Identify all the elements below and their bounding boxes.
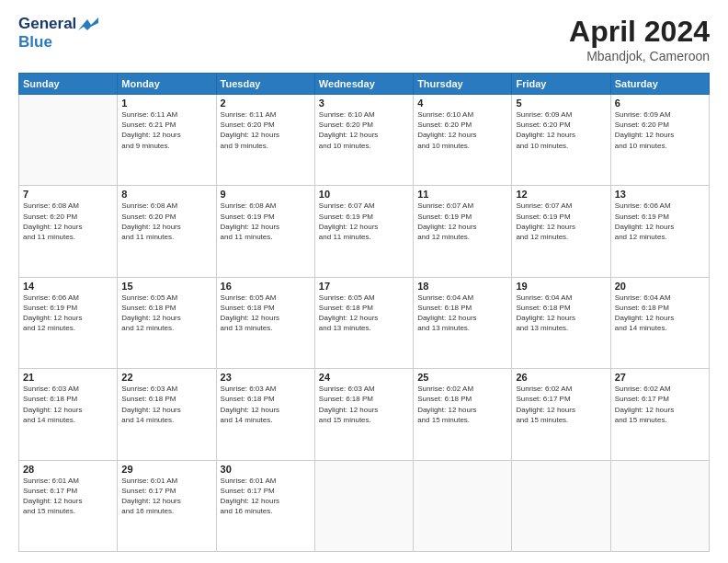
logo-bird-icon bbox=[78, 17, 98, 32]
table-row: 26Sunrise: 6:02 AM Sunset: 6:17 PM Dayli… bbox=[512, 369, 610, 460]
calendar-header-row: Sunday Monday Tuesday Wednesday Thursday… bbox=[19, 74, 710, 95]
header-monday: Monday bbox=[118, 74, 216, 95]
day-number: 2 bbox=[221, 98, 311, 109]
table-row: 10Sunrise: 6:07 AM Sunset: 6:19 PM Dayli… bbox=[314, 186, 413, 277]
day-info: Sunrise: 6:11 AM Sunset: 6:21 PM Dayligh… bbox=[121, 109, 211, 151]
day-info: Sunrise: 6:02 AM Sunset: 6:18 PM Dayligh… bbox=[417, 384, 507, 425]
table-row: 12Sunrise: 6:07 AM Sunset: 6:19 PM Dayli… bbox=[512, 186, 610, 277]
day-number: 4 bbox=[417, 98, 507, 109]
table-row: 28Sunrise: 6:01 AM Sunset: 6:17 PM Dayli… bbox=[19, 460, 118, 551]
day-info: Sunrise: 6:05 AM Sunset: 6:18 PM Dayligh… bbox=[221, 293, 311, 334]
table-row: 4Sunrise: 6:10 AM Sunset: 6:20 PM Daylig… bbox=[414, 95, 512, 186]
day-number: 30 bbox=[221, 464, 311, 475]
day-info: Sunrise: 6:01 AM Sunset: 6:17 PM Dayligh… bbox=[23, 476, 113, 517]
day-info: Sunrise: 6:08 AM Sunset: 6:19 PM Dayligh… bbox=[221, 201, 311, 242]
day-number: 1 bbox=[121, 98, 211, 109]
day-number: 23 bbox=[221, 372, 311, 383]
day-number: 13 bbox=[615, 189, 705, 200]
table-row: 9Sunrise: 6:08 AM Sunset: 6:19 PM Daylig… bbox=[216, 186, 314, 277]
day-number: 22 bbox=[121, 372, 211, 383]
day-info: Sunrise: 6:05 AM Sunset: 6:18 PM Dayligh… bbox=[319, 293, 409, 334]
calendar-week-row: 28Sunrise: 6:01 AM Sunset: 6:17 PM Dayli… bbox=[19, 460, 710, 551]
calendar-week-row: 14Sunrise: 6:06 AM Sunset: 6:19 PM Dayli… bbox=[19, 277, 710, 368]
table-row: 27Sunrise: 6:02 AM Sunset: 6:17 PM Dayli… bbox=[610, 369, 709, 460]
table-row: 29Sunrise: 6:01 AM Sunset: 6:17 PM Dayli… bbox=[118, 460, 216, 551]
day-number: 19 bbox=[516, 281, 606, 292]
day-info: Sunrise: 6:11 AM Sunset: 6:20 PM Dayligh… bbox=[221, 109, 311, 151]
day-number: 27 bbox=[615, 372, 705, 383]
table-row: 14Sunrise: 6:06 AM Sunset: 6:19 PM Dayli… bbox=[19, 277, 118, 368]
day-number: 26 bbox=[516, 372, 606, 383]
day-info: Sunrise: 6:01 AM Sunset: 6:17 PM Dayligh… bbox=[121, 476, 211, 517]
day-info: Sunrise: 6:04 AM Sunset: 6:18 PM Dayligh… bbox=[615, 293, 705, 334]
subtitle: Mbandjok, Cameroon bbox=[569, 49, 710, 63]
day-info: Sunrise: 6:03 AM Sunset: 6:18 PM Dayligh… bbox=[319, 384, 409, 425]
table-row bbox=[610, 460, 709, 551]
title-block: April 2024 Mbandjok, Cameroon bbox=[569, 15, 710, 63]
day-info: Sunrise: 6:10 AM Sunset: 6:20 PM Dayligh… bbox=[417, 109, 507, 151]
day-number: 10 bbox=[319, 189, 409, 200]
table-row: 18Sunrise: 6:04 AM Sunset: 6:18 PM Dayli… bbox=[414, 277, 512, 368]
day-info: Sunrise: 6:08 AM Sunset: 6:20 PM Dayligh… bbox=[121, 201, 211, 242]
day-info: Sunrise: 6:03 AM Sunset: 6:18 PM Dayligh… bbox=[221, 384, 311, 425]
table-row: 7Sunrise: 6:08 AM Sunset: 6:20 PM Daylig… bbox=[19, 186, 118, 277]
day-number: 17 bbox=[319, 281, 409, 292]
day-info: Sunrise: 6:02 AM Sunset: 6:17 PM Dayligh… bbox=[615, 384, 705, 425]
table-row: 23Sunrise: 6:03 AM Sunset: 6:18 PM Dayli… bbox=[216, 369, 314, 460]
day-info: Sunrise: 6:07 AM Sunset: 6:19 PM Dayligh… bbox=[417, 201, 507, 242]
day-number: 6 bbox=[615, 98, 705, 109]
table-row: 16Sunrise: 6:05 AM Sunset: 6:18 PM Dayli… bbox=[216, 277, 314, 368]
header-thursday: Thursday bbox=[414, 74, 512, 95]
table-row: 21Sunrise: 6:03 AM Sunset: 6:18 PM Dayli… bbox=[19, 369, 118, 460]
day-number: 24 bbox=[319, 372, 409, 383]
table-row: 11Sunrise: 6:07 AM Sunset: 6:19 PM Dayli… bbox=[414, 186, 512, 277]
day-number: 9 bbox=[221, 189, 311, 200]
day-info: Sunrise: 6:04 AM Sunset: 6:18 PM Dayligh… bbox=[417, 293, 507, 334]
day-info: Sunrise: 6:08 AM Sunset: 6:20 PM Dayligh… bbox=[23, 201, 113, 242]
table-row bbox=[19, 95, 118, 186]
day-number: 21 bbox=[23, 372, 113, 383]
table-row: 19Sunrise: 6:04 AM Sunset: 6:18 PM Dayli… bbox=[512, 277, 610, 368]
day-number: 7 bbox=[23, 189, 113, 200]
day-info: Sunrise: 6:09 AM Sunset: 6:20 PM Dayligh… bbox=[615, 109, 705, 151]
table-row: 20Sunrise: 6:04 AM Sunset: 6:18 PM Dayli… bbox=[610, 277, 709, 368]
day-info: Sunrise: 6:09 AM Sunset: 6:20 PM Dayligh… bbox=[516, 109, 606, 151]
day-number: 8 bbox=[121, 189, 211, 200]
table-row: 30Sunrise: 6:01 AM Sunset: 6:17 PM Dayli… bbox=[216, 460, 314, 551]
calendar-table: Sunday Monday Tuesday Wednesday Thursday… bbox=[18, 73, 710, 552]
table-row bbox=[414, 460, 512, 551]
table-row: 5Sunrise: 6:09 AM Sunset: 6:20 PM Daylig… bbox=[512, 95, 610, 186]
header-saturday: Saturday bbox=[610, 74, 709, 95]
day-info: Sunrise: 6:03 AM Sunset: 6:18 PM Dayligh… bbox=[23, 384, 113, 425]
day-info: Sunrise: 6:07 AM Sunset: 6:19 PM Dayligh… bbox=[516, 201, 606, 242]
day-number: 29 bbox=[121, 464, 211, 475]
logo-blue-text: Blue bbox=[18, 33, 98, 52]
day-info: Sunrise: 6:03 AM Sunset: 6:18 PM Dayligh… bbox=[121, 384, 211, 425]
main-title: April 2024 bbox=[569, 15, 710, 49]
svg-marker-0 bbox=[78, 17, 98, 30]
day-number: 14 bbox=[23, 281, 113, 292]
day-info: Sunrise: 6:04 AM Sunset: 6:18 PM Dayligh… bbox=[516, 293, 606, 334]
day-info: Sunrise: 6:07 AM Sunset: 6:19 PM Dayligh… bbox=[319, 201, 409, 242]
table-row: 6Sunrise: 6:09 AM Sunset: 6:20 PM Daylig… bbox=[610, 95, 709, 186]
day-number: 5 bbox=[516, 98, 606, 109]
day-info: Sunrise: 6:05 AM Sunset: 6:18 PM Dayligh… bbox=[121, 293, 211, 334]
day-number: 18 bbox=[417, 281, 507, 292]
logo-text: General bbox=[18, 15, 98, 33]
header-sunday: Sunday bbox=[19, 74, 118, 95]
day-number: 25 bbox=[417, 372, 507, 383]
day-info: Sunrise: 6:06 AM Sunset: 6:19 PM Dayligh… bbox=[23, 293, 113, 334]
table-row: 2Sunrise: 6:11 AM Sunset: 6:20 PM Daylig… bbox=[216, 95, 314, 186]
header: General Blue April 2024 Mbandjok, Camero… bbox=[18, 15, 710, 63]
table-row: 3Sunrise: 6:10 AM Sunset: 6:20 PM Daylig… bbox=[314, 95, 413, 186]
header-wednesday: Wednesday bbox=[314, 74, 413, 95]
table-row: 1Sunrise: 6:11 AM Sunset: 6:21 PM Daylig… bbox=[118, 95, 216, 186]
day-number: 3 bbox=[319, 98, 409, 109]
table-row: 25Sunrise: 6:02 AM Sunset: 6:18 PM Dayli… bbox=[414, 369, 512, 460]
day-number: 20 bbox=[615, 281, 705, 292]
table-row: 15Sunrise: 6:05 AM Sunset: 6:18 PM Dayli… bbox=[118, 277, 216, 368]
table-row: 22Sunrise: 6:03 AM Sunset: 6:18 PM Dayli… bbox=[118, 369, 216, 460]
table-row: 17Sunrise: 6:05 AM Sunset: 6:18 PM Dayli… bbox=[314, 277, 413, 368]
day-number: 28 bbox=[23, 464, 113, 475]
logo: General Blue bbox=[18, 15, 98, 51]
